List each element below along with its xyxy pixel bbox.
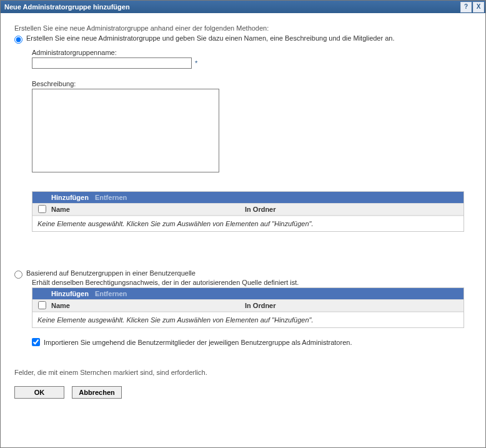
ok-button[interactable]: OK [14,386,64,399]
option-create-new-radio[interactable] [14,36,22,44]
remove-button[interactable]: Entfernen [95,194,127,201]
source-column-folder: In Ordner [245,302,464,309]
source-column-header: Name In Ordner [32,299,464,312]
close-button[interactable]: X [473,2,484,12]
required-note: Felder, die mit einem Sternchen markiert… [14,369,472,376]
dialog-window: Neue Administratorgruppe hinzufügen ? X … [0,0,486,448]
source-remove-button[interactable]: Entfernen [95,290,127,297]
option-user-source-note: Erhält denselben Berechtigungsnachweis, … [32,279,472,286]
description-label: Beschreibung: [32,80,472,87]
column-name: Name [51,206,245,213]
group-name-input[interactable] [32,57,192,69]
members-toolbar: Hinzufügen Entfernen [32,192,464,203]
option-create-new[interactable]: Erstellen Sie eine neue Administratorgru… [14,34,472,44]
option-user-source-label: Basierend auf Benutzergruppen in einer B… [26,269,196,277]
option-user-source[interactable]: Basierend auf Benutzergruppen in einer B… [14,269,472,279]
source-select-all-checkbox[interactable] [38,301,46,309]
column-folder: In Ordner [245,206,464,213]
import-members-label: Importieren Sie umgehend die Benutzermit… [44,339,352,346]
import-members-row[interactable]: Importieren Sie umgehend die Benutzermit… [32,338,472,346]
dialog-content: Erstellen Sie eine neue Administratorgru… [1,13,485,447]
source-column-name: Name [51,302,245,309]
option-user-source-radio[interactable] [14,271,22,279]
required-asterisk: * [195,59,197,67]
dialog-title: Neue Administratorgruppe hinzufügen [4,3,130,11]
intro-text: Erstellen Sie eine neue Administratorgru… [14,24,472,32]
titlebar: Neue Administratorgruppe hinzufügen ? X [1,1,485,13]
description-textarea[interactable] [32,89,219,172]
source-empty-message: Keine Elemente ausgewählt. Klicken Sie z… [32,312,464,327]
option-create-new-label: Erstellen Sie eine neue Administratorgru… [26,34,395,42]
group-name-label: Administratorgruppenname: [32,49,472,56]
add-button[interactable]: Hinzufügen [51,194,89,201]
source-groups-table: Hinzufügen Entfernen Name In Ordner Kein… [32,287,464,328]
select-all-checkbox[interactable] [38,205,46,213]
cancel-button[interactable]: Abbrechen [72,386,122,399]
button-bar: OK Abbrechen [14,386,472,399]
members-column-header: Name In Ordner [32,203,464,216]
members-empty-message: Keine Elemente ausgewählt. Klicken Sie z… [32,216,464,231]
members-table: Hinzufügen Entfernen Name In Ordner Kein… [32,191,464,232]
help-button[interactable]: ? [460,2,472,12]
import-members-checkbox[interactable] [32,338,40,346]
source-add-button[interactable]: Hinzufügen [51,290,89,297]
source-groups-toolbar: Hinzufügen Entfernen [32,288,464,299]
